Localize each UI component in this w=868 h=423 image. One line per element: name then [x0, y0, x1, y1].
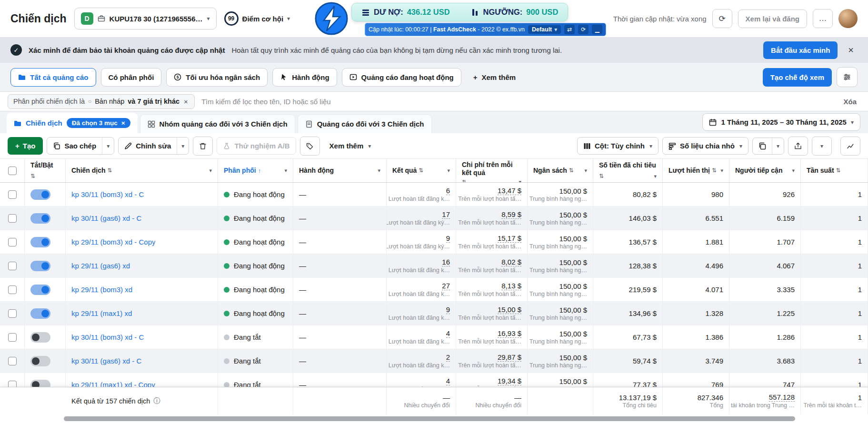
chevron-down-icon[interactable]: ▾	[584, 167, 587, 174]
breakdown-button[interactable]: Số liệu chia nhỏ▾	[662, 137, 748, 155]
col-action[interactable]: Hành động▾	[293, 159, 387, 182]
preset-all-ads[interactable]: Tất cả quảng cáo	[10, 68, 96, 87]
start-verify-button[interactable]: Bắt đầu xác minh	[763, 41, 838, 59]
campaign-toggle[interactable]	[30, 261, 50, 271]
preset-had-delivery[interactable]: Có phân phối	[101, 68, 162, 87]
refresh-icon[interactable]: ⟳	[578, 25, 589, 34]
account-selector[interactable]: D KUPU178 30 (1271965556… ▾	[74, 8, 217, 30]
chevron-down-icon[interactable]: ▾	[792, 167, 795, 174]
campaign-toggle[interactable]	[30, 237, 50, 247]
col-amount-spent[interactable]: Số tiền đã chi tiêu⇅▾	[593, 159, 663, 182]
table-row[interactable]: kp 30/11 (gas6) xd - C Đang hoạt động — …	[0, 207, 868, 230]
export-options-button[interactable]: ▾	[812, 137, 832, 156]
campaign-toggle[interactable]	[30, 213, 50, 224]
cost-value[interactable]: 8,59 $	[501, 210, 521, 219]
cost-value[interactable]: 13,47 $	[498, 187, 521, 195]
avatar[interactable]	[838, 9, 858, 28]
tab-ads[interactable]: Quảng cáo đối với 3 Chiến dịch	[298, 114, 432, 133]
charts-button[interactable]	[840, 137, 860, 156]
edit-caret[interactable]: ▾	[177, 138, 189, 154]
edit-button[interactable]: Chỉnh sửa ▾	[118, 137, 189, 155]
minimize-icon[interactable]: ▁	[592, 25, 602, 34]
chevron-down-icon[interactable]: ▾	[209, 167, 212, 174]
chevron-down-icon[interactable]: ▾	[720, 167, 723, 174]
result-value[interactable]: 17	[442, 210, 450, 219]
result-value[interactable]: 4	[446, 329, 450, 338]
cost-value[interactable]: 19,34 $	[498, 377, 521, 385]
col-reach[interactable]: Người tiếp cận▾	[729, 159, 801, 182]
campaign-name-link[interactable]: kp 29/11 (gas6) xd	[71, 262, 130, 270]
campaign-toggle[interactable]	[30, 189, 50, 200]
columns-button[interactable]: Cột: Tùy chỉnh▾	[577, 137, 658, 155]
result-value[interactable]: 9	[446, 234, 450, 243]
campaign-name-link[interactable]: kp 30/11 (gas6) xd - C	[71, 357, 141, 365]
campaign-name-link[interactable]: kp 29/11 (bom3) xd	[71, 285, 132, 294]
campaign-toggle[interactable]	[30, 332, 50, 343]
reports-caret[interactable]: ▾	[772, 138, 784, 154]
scrollbar-thumb[interactable]	[64, 416, 795, 421]
row-checkbox[interactable]	[8, 333, 17, 342]
cost-value[interactable]: 8,13 $	[501, 282, 521, 290]
table-row[interactable]: kp 30/11 (gas6) xd - C Đang tắt — 2Lượt …	[0, 349, 868, 373]
col-results[interactable]: Kết quả⇅▾	[387, 159, 456, 182]
chevron-down-icon[interactable]: ▾	[654, 173, 657, 179]
info-icon[interactable]: ⓘ	[153, 397, 160, 405]
row-checkbox[interactable]	[8, 238, 17, 246]
clear-filters-link[interactable]: Xóa	[843, 98, 860, 106]
campaign-toggle[interactable]	[30, 285, 50, 295]
chevron-down-icon[interactable]: ▾	[519, 179, 521, 182]
result-value[interactable]: 27	[442, 282, 450, 290]
horizontal-scrollbar[interactable]	[0, 414, 868, 423]
col-cost-per-result[interactable]: Chi phí trên mỗi kết quả⇅▾	[456, 159, 528, 182]
table-row[interactable]: kp 30/11 (bom3) xd - C Đang hoạt động — …	[0, 183, 868, 207]
search-input[interactable]	[201, 98, 837, 106]
review-publish-button[interactable]: Xem lại và đăng	[738, 10, 807, 28]
duplicate-button[interactable]: Sao chép ▾	[47, 137, 114, 155]
refresh-button[interactable]: ⟳	[712, 9, 732, 28]
preset-budget-optimization[interactable]: $ Tối ưu hóa ngân sách	[166, 68, 268, 87]
row-checkbox[interactable]	[8, 262, 17, 270]
campaign-name-link[interactable]: kp 30/11 (gas6) xd - C	[71, 214, 141, 222]
campaign-toggle[interactable]	[30, 308, 50, 319]
result-value[interactable]: 2	[446, 353, 450, 362]
duplicate-caret[interactable]: ▾	[102, 138, 114, 154]
opportunity-score[interactable]: 99 Điểm cơ hội ▾	[224, 11, 290, 26]
chevron-down-icon[interactable]: ▾	[447, 167, 450, 174]
table-row[interactable]: kp 29/11 (bom3) xd - Copy Đang hoạt động…	[0, 230, 868, 254]
view-settings-button[interactable]	[837, 67, 858, 87]
date-range-picker[interactable]: 1 Tháng 11, 2025 – 30 Tháng 11, 2025 ▾	[702, 113, 860, 131]
result-value[interactable]: 6	[446, 187, 450, 195]
more-button[interactable]: …	[813, 9, 833, 28]
export-button[interactable]	[788, 137, 808, 156]
close-icon[interactable]: ×	[183, 98, 189, 106]
campaign-name-link[interactable]: kp 30/11 (bom3) xd - C	[71, 190, 144, 198]
row-checkbox[interactable]	[8, 309, 17, 318]
result-value[interactable]: 16	[442, 258, 450, 266]
campaign-toggle[interactable]	[30, 356, 50, 366]
delivery-filter-chip[interactable]: Phân phối chiến dịch là ○ Bản nháp và 7 …	[8, 94, 195, 109]
chevron-down-icon[interactable]: ▾	[284, 167, 287, 174]
cost-value[interactable]: 29,87 $	[498, 353, 521, 362]
ab-test-button[interactable]: Thử nghiệm A/B	[217, 137, 296, 155]
cost-value[interactable]: 16,93 $	[498, 329, 521, 338]
row-checkbox[interactable]	[8, 214, 17, 223]
preset-active-ads[interactable]: Quảng cáo đang hoạt động	[342, 68, 461, 87]
delete-button[interactable]	[193, 137, 213, 156]
cost-value[interactable]: 8,02 $	[501, 258, 521, 266]
table-row[interactable]: kp 29/11 (max1) xd Đang hoạt động — 9Lượ…	[0, 302, 868, 325]
col-frequency[interactable]: Tần suất⇅	[801, 159, 868, 182]
swap-icon[interactable]: ⇄	[564, 25, 575, 34]
close-icon[interactable]: ×	[121, 119, 125, 127]
cost-value[interactable]: 15,00 $	[498, 305, 521, 314]
campaign-name-link[interactable]: kp 30/11 (bom3) xd - C	[71, 333, 144, 341]
select-all-checkbox[interactable]	[8, 167, 17, 175]
campaign-name-link[interactable]: kp 29/11 (bom3) xd - Copy	[71, 238, 155, 246]
mode-select[interactable]: Default▾	[528, 25, 561, 34]
more-actions-button[interactable]: Xem thêm▾	[324, 138, 377, 154]
col-delivery[interactable]: Phân phối↑▾	[218, 159, 293, 182]
tab-campaigns[interactable]: Chiến dịch Đã chọn 3 mục×	[7, 113, 138, 133]
tag-button[interactable]	[300, 137, 320, 156]
create-view-button[interactable]: Tạo chế độ xem	[763, 68, 832, 87]
row-checkbox[interactable]	[8, 285, 17, 294]
cost-value[interactable]: 15,17 $	[498, 234, 521, 243]
